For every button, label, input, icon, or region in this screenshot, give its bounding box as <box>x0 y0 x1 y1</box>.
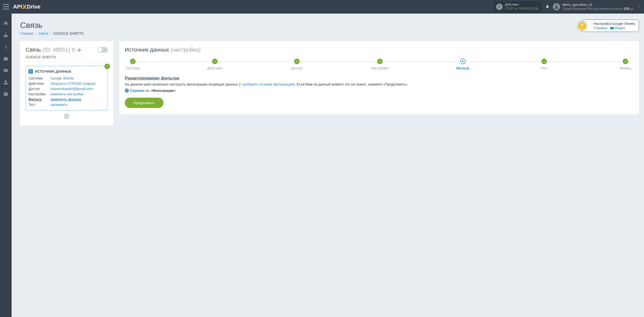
svg-rect-4 <box>6 34 6 35</box>
help-line: ? Справка по «Фильтрации» <box>125 89 633 93</box>
home-icon[interactable] <box>3 21 8 26</box>
row-key-filter: Фильтр <box>28 97 51 101</box>
video-icon <box>610 27 614 30</box>
enable-toggle[interactable] <box>97 47 108 53</box>
row-link-action[interactable]: Загрузить СТРОКИ (новые) <box>51 82 105 86</box>
row-key-test: Тест <box>28 103 51 107</box>
topbar: API X Drive i Действия: 22'057 из 100'00… <box>0 0 644 14</box>
row-link-access[interactable]: maverickandrii@gmail.com <box>51 87 105 91</box>
connection-title: Связь (ID: 48551) <box>26 47 81 53</box>
breadcrumb-current: GOOGLE SHEETS <box>53 31 84 35</box>
help-popup: ? Настройка Google Sheets Справка Видео <box>581 20 639 32</box>
svg-rect-6 <box>4 35 5 36</box>
actions-usage-box[interactable]: i Действия: 22'057 из 100'000 (22%) <box>494 1 542 12</box>
connection-card: Связь (ID: 48551) GOOGLE SHEETS 1 ИСТОЧН… <box>20 41 113 126</box>
stepper: Система Действие Доступ Настройки <box>125 59 633 70</box>
gear-icon[interactable] <box>77 47 81 53</box>
step-system[interactable]: Система <box>126 59 140 70</box>
help-popup-title: Настройка Google Sheets <box>594 22 635 26</box>
connection-subtitle: GOOGLE SHEETS <box>26 55 108 62</box>
chevron-down-icon[interactable] <box>637 5 641 9</box>
connection-id: (ID: 48551) <box>43 47 70 53</box>
main-content: ? Настройка Google Sheets Справка Видео … <box>12 14 644 317</box>
help-link-ref[interactable]: Справка <box>594 26 608 30</box>
actions-text: Действия: 22'057 из 100'000 (22%) <box>505 3 538 11</box>
step-finish[interactable]: Финиш <box>618 59 632 70</box>
bell-icon[interactable] <box>545 5 549 9</box>
add-filter-link[interactable]: + добавить условие фильтрации <box>240 82 294 86</box>
row-key-system: Система <box>28 76 51 80</box>
help-link-video[interactable]: Видео <box>610 26 625 30</box>
data-source-box: 1 ИСТОЧНИК ДАННЫХ Система Google Sheets … <box>26 66 108 110</box>
help-ref-link[interactable]: Справка <box>130 89 144 93</box>
svg-rect-9 <box>610 27 613 30</box>
row-link-filter[interactable]: изменить фильтр <box>51 97 105 101</box>
info-icon: i <box>496 4 503 10</box>
step-filter[interactable]: Фильтр <box>456 59 470 70</box>
source-label: ИСТОЧНИК ДАННЫХ <box>35 69 71 73</box>
dollar-icon[interactable] <box>3 44 8 49</box>
youtube-icon[interactable] <box>3 68 8 73</box>
row-link-settings[interactable]: изменить настройки <box>51 92 105 96</box>
page-title: Связь <box>20 21 639 30</box>
step-settings[interactable]: Настройки <box>371 59 389 70</box>
breadcrumb: Главная / Связи / GOOGLE SHEETS <box>20 31 639 35</box>
badge-number: 1 <box>28 69 33 74</box>
avatar-icon <box>553 3 560 10</box>
row-key-settings: Настройки <box>28 92 51 96</box>
copy-icon[interactable] <box>72 47 76 53</box>
step-access[interactable]: Доступ <box>290 59 304 70</box>
step-test[interactable]: Тест <box>537 59 551 70</box>
svg-rect-3 <box>5 33 6 34</box>
row-key-access: Доступ <box>28 87 51 91</box>
help-icon[interactable] <box>3 92 8 97</box>
user-icon[interactable] <box>3 80 8 85</box>
tariff-line: Тариф |Премиум PRO| до оплаты осталось 2… <box>562 7 633 11</box>
svg-rect-8 <box>6 35 6 36</box>
row-link-system[interactable]: Google Sheets <box>51 76 105 80</box>
logo-x-icon: X <box>22 3 27 11</box>
step-action[interactable]: Действие <box>207 59 223 70</box>
section-title: Редактирование фильтра <box>125 76 633 81</box>
logo-api: API <box>13 4 22 10</box>
add-source-button[interactable]: + <box>64 113 69 119</box>
logo[interactable]: API X Drive <box>13 3 40 11</box>
setup-title: Источник данных (настройка) <box>125 47 633 53</box>
svg-rect-7 <box>7 35 8 36</box>
logo-drive: Drive <box>27 4 41 10</box>
breadcrumb-home[interactable]: Главная <box>20 31 33 35</box>
row-key-action: Действие <box>28 82 51 86</box>
sitemap-icon[interactable] <box>3 32 8 37</box>
row-link-test[interactable]: проверить <box>51 103 105 107</box>
user-name: demo_apix-drive_s3 <box>562 3 633 7</box>
menu-toggle-icon[interactable] <box>3 4 9 9</box>
section-description: На данном шаге возможно настроить фильтр… <box>125 82 633 87</box>
continue-button[interactable]: Продолжить <box>125 98 164 108</box>
sidebar <box>0 14 12 317</box>
setup-card: Источник данных (настройка) Система Дейс… <box>119 41 639 114</box>
help-small-icon: ? <box>125 89 129 93</box>
briefcase-icon[interactable] <box>3 56 8 61</box>
breadcrumb-links[interactable]: Связи <box>38 31 48 35</box>
question-icon[interactable]: ? <box>578 21 587 30</box>
status-check-icon <box>104 64 110 69</box>
user-menu[interactable]: demo_apix-drive_s3 Тариф |Премиум PRO| д… <box>553 3 633 11</box>
